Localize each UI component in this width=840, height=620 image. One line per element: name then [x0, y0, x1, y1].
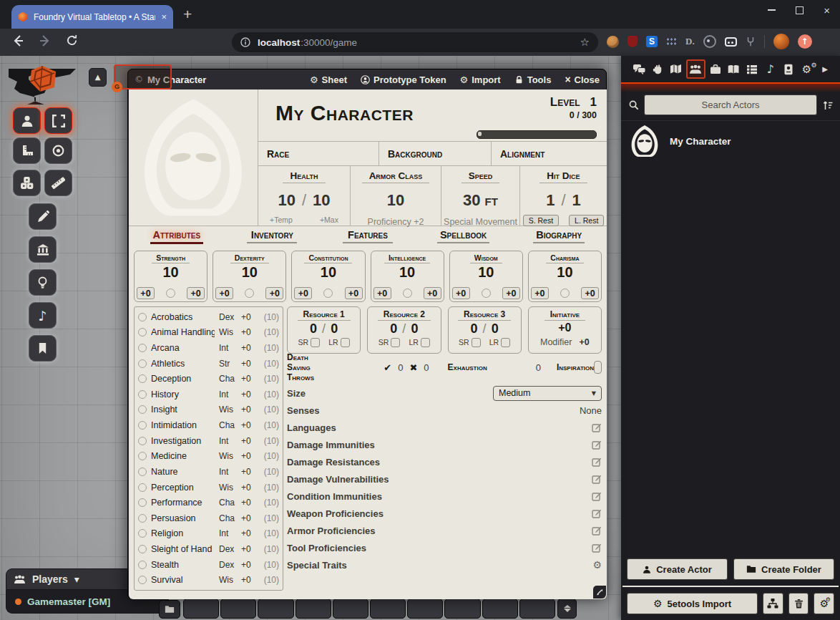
short-rest-checkbox[interactable]: [472, 338, 481, 347]
hp-value[interactable]: 10: [278, 191, 295, 210]
long-rest-checkbox[interactable]: [421, 338, 430, 347]
scenes-tab-icon[interactable]: [668, 64, 683, 74]
maximize-icon[interactable]: [796, 6, 804, 14]
skill-row[interactable]: Arcana Int +0 (10): [138, 340, 279, 356]
sort-icon[interactable]: [822, 100, 834, 111]
skill-proficiency-radio[interactable]: [138, 328, 147, 336]
compendium-tab-icon[interactable]: [781, 64, 796, 75]
resource-max[interactable]: 0: [411, 321, 418, 336]
ability-name[interactable]: Charisma: [546, 252, 583, 263]
actor-entry[interactable]: My Character: [621, 120, 840, 161]
short-rest-button[interactable]: S. Rest: [523, 215, 559, 226]
ability-save-mod[interactable]: +0: [215, 287, 233, 299]
journal-tab-icon[interactable]: [726, 64, 742, 74]
skill-name[interactable]: Intimidation: [151, 420, 215, 430]
grid-extension-icon[interactable]: [666, 37, 677, 46]
skill-proficiency-radio[interactable]: [138, 483, 147, 492]
ability-check-mod[interactable]: +0: [502, 287, 520, 299]
skill-row[interactable]: Acrobatics Dex +0 (10): [138, 309, 279, 325]
configure-settings-button[interactable]: ⚙ ⚙: [814, 593, 834, 614]
initiative-box[interactable]: Initiative +0 Modifier+0: [528, 306, 602, 354]
skill-name[interactable]: Religion: [151, 528, 215, 538]
skill-proficiency-radio[interactable]: [138, 545, 147, 553]
skill-row[interactable]: Animal Handling Wis +0 (10): [138, 325, 279, 341]
skill-proficiency-radio[interactable]: [138, 374, 147, 383]
skill-proficiency-radio[interactable]: [138, 313, 147, 321]
ability-check-mod[interactable]: +0: [265, 287, 283, 299]
resource-max[interactable]: 0: [331, 321, 338, 336]
death-failure-count[interactable]: 0: [424, 362, 429, 373]
death-success-count[interactable]: 0: [398, 362, 403, 373]
macro-slot[interactable]: [333, 599, 368, 619]
ability-check-mod[interactable]: +0: [345, 287, 363, 299]
inspiration-checkbox[interactable]: [594, 361, 602, 374]
macro-slot[interactable]: [370, 599, 406, 619]
ability-value[interactable]: 10: [242, 264, 258, 281]
exhaustion-value[interactable]: 0: [536, 362, 541, 373]
skill-proficiency-radio[interactable]: [138, 452, 147, 460]
skill-proficiency-radio[interactable]: [138, 514, 147, 523]
skill-row[interactable]: Persuasion Cha +0 (10): [138, 510, 279, 526]
hp-max[interactable]: 10: [313, 191, 330, 210]
edit-icon[interactable]: [592, 491, 602, 501]
skill-proficiency-radio[interactable]: [138, 359, 147, 368]
ability-check-mod[interactable]: +0: [187, 287, 205, 299]
import-button[interactable]: ⚙ Import: [460, 74, 501, 85]
tables-tab-icon[interactable]: [744, 64, 760, 74]
character-sheet-window[interactable]: © My Character ⚙ Sheet Prototype Token ⚙…: [127, 69, 607, 599]
skill-name[interactable]: Acrobatics: [151, 312, 215, 322]
skill-proficiency-radio[interactable]: [138, 561, 147, 569]
skill-row[interactable]: Medicine Wis +0 (10): [138, 448, 279, 464]
skill-name[interactable]: Deception: [151, 374, 215, 384]
long-rest-button[interactable]: L. Rest: [569, 215, 604, 226]
proficiency-radio[interactable]: [166, 289, 175, 298]
back-icon[interactable]: [11, 34, 24, 47]
macro-slot[interactable]: [407, 599, 443, 619]
resource-max[interactable]: 0: [492, 321, 499, 336]
sounds-tool-button[interactable]: ♪: [29, 302, 57, 329]
chat-tab-icon[interactable]: [631, 64, 647, 74]
skill-proficiency-radio[interactable]: [138, 405, 147, 414]
character-portrait[interactable]: [129, 89, 258, 226]
bookmark-star-icon[interactable]: ☆: [580, 36, 590, 49]
drawing-tool-button[interactable]: [29, 203, 57, 230]
death-success-icon[interactable]: ✔: [384, 362, 391, 373]
tools-button[interactable]: Tools: [514, 74, 552, 85]
ruler-tool-button[interactable]: [13, 137, 41, 164]
combat-tab-icon[interactable]: [650, 64, 665, 75]
speed-stat[interactable]: Speed 30 ft Special Movement: [441, 166, 519, 226]
macro-slot[interactable]: [183, 599, 219, 619]
actor-name[interactable]: My Character: [670, 136, 731, 147]
skill-row[interactable]: Athletics Str +0 (10): [138, 356, 279, 372]
close-window-icon[interactable]: ×: [824, 5, 830, 16]
ability-value[interactable]: 10: [162, 264, 178, 281]
ability-box[interactable]: Constitution 10 +0 +0: [291, 251, 365, 302]
skill-proficiency-radio[interactable]: [138, 421, 147, 430]
resource-label[interactable]: Resource 1: [298, 307, 351, 321]
skill-row[interactable]: History Int +0 (10): [138, 387, 279, 402]
resource-value[interactable]: 0: [471, 321, 478, 336]
race-field[interactable]: Race: [258, 142, 379, 166]
hd-value[interactable]: 1: [546, 191, 555, 210]
skill-row[interactable]: Survival Wis +0 (10): [138, 572, 279, 588]
skill-name[interactable]: Perception: [151, 483, 215, 493]
tab-close-icon[interactable]: ×: [161, 12, 167, 21]
health-stat[interactable]: Health 10/10 +Temp+Max: [258, 166, 350, 226]
skill-name[interactable]: Athletics: [151, 359, 215, 369]
ability-name[interactable]: Strength: [152, 252, 190, 263]
trait-row[interactable]: Damage Resistances: [287, 453, 602, 470]
lighting-tool-button[interactable]: [29, 269, 57, 296]
hit-dice-stat[interactable]: Hit Dice 1/1 S. Rest L. Rest: [519, 166, 607, 226]
ability-box[interactable]: Wisdom 10 +0 +0: [449, 251, 523, 302]
skill-proficiency-radio[interactable]: [138, 437, 147, 445]
ability-save-mod[interactable]: +0: [373, 287, 391, 299]
ublock-extension-icon[interactable]: [627, 36, 638, 47]
character-name[interactable]: My Character: [275, 101, 414, 125]
5etools-import-button[interactable]: ⚙ 5etools Import: [627, 593, 758, 614]
special-traits-row[interactable]: Special Traits ⚙: [287, 556, 602, 573]
skill-proficiency-radio[interactable]: [138, 576, 147, 584]
edit-icon[interactable]: [592, 474, 602, 484]
trait-row[interactable]: Damage Immunities: [287, 436, 602, 453]
fork-extension-icon[interactable]: [746, 36, 756, 47]
ability-value[interactable]: 10: [399, 264, 415, 281]
